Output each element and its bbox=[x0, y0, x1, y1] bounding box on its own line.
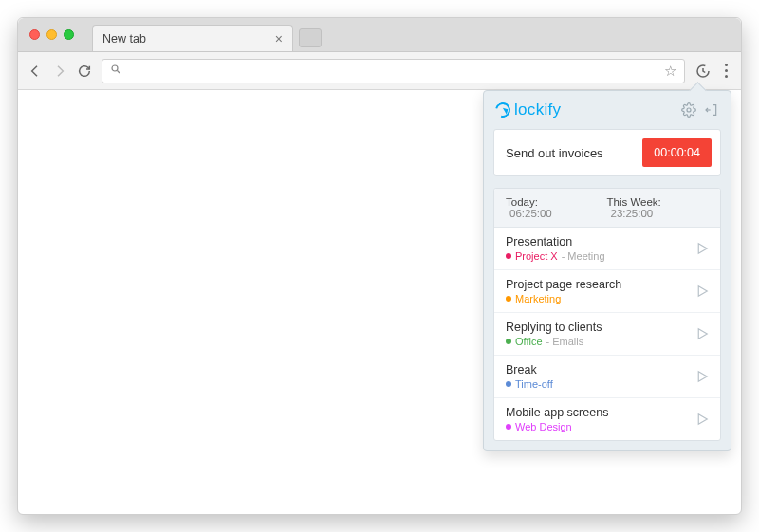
time-entry[interactable]: Mobile app screensWeb Design bbox=[494, 398, 720, 440]
svg-point-0 bbox=[112, 65, 118, 71]
entry-title: Mobile app screens bbox=[506, 406, 608, 419]
week-label: This Week: bbox=[606, 196, 660, 208]
entry-project: Project X bbox=[515, 250, 558, 262]
reload-button[interactable] bbox=[77, 64, 92, 79]
time-entry[interactable]: Project page researchMarketing bbox=[494, 270, 720, 313]
time-entry[interactable]: PresentationProject X - Meeting bbox=[494, 228, 720, 270]
entry-project: Time-off bbox=[515, 378, 553, 390]
entry-tag: - Meeting bbox=[562, 250, 605, 262]
clockify-popup: lockify Send out invoices 00:00:04 Today… bbox=[483, 90, 731, 451]
summary-bar: Today: 06:25:00 This Week: 23:25:00 bbox=[494, 189, 720, 228]
browser-toolbar: ☆ bbox=[18, 52, 741, 90]
popup-header: lockify bbox=[493, 101, 721, 119]
entry-project: Marketing bbox=[515, 293, 561, 304]
stop-timer-button[interactable]: 00:00:04 bbox=[642, 138, 712, 167]
close-window-button[interactable] bbox=[29, 29, 40, 40]
play-entry-button[interactable] bbox=[694, 240, 711, 257]
project-color-dot bbox=[506, 253, 511, 259]
time-entry[interactable]: Replying to clientsOffice - Emails bbox=[494, 313, 720, 356]
play-entry-button[interactable] bbox=[694, 368, 711, 385]
forward-button[interactable] bbox=[52, 64, 67, 79]
project-color-dot bbox=[506, 296, 511, 302]
entry-meta: Project X - Meeting bbox=[506, 250, 605, 262]
time-entry[interactable]: BreakTime-off bbox=[494, 356, 720, 398]
clockify-extension-icon[interactable] bbox=[694, 63, 712, 80]
play-entry-button[interactable] bbox=[694, 283, 711, 300]
minimize-window-button[interactable] bbox=[46, 29, 57, 40]
entry-title: Break bbox=[506, 363, 553, 376]
back-button[interactable] bbox=[28, 64, 43, 79]
project-color-dot bbox=[506, 424, 511, 430]
entry-project: Office bbox=[515, 336, 543, 347]
entry-project: Web Design bbox=[515, 421, 572, 432]
settings-button[interactable] bbox=[681, 102, 696, 118]
svg-point-2 bbox=[687, 108, 691, 112]
play-entry-button[interactable] bbox=[694, 325, 711, 342]
new-tab-button[interactable] bbox=[299, 28, 322, 47]
browser-tab[interactable]: New tab × bbox=[92, 25, 293, 51]
clockify-logo: lockify bbox=[495, 101, 561, 119]
window-controls bbox=[29, 29, 74, 40]
search-icon bbox=[110, 64, 121, 78]
close-tab-icon[interactable]: × bbox=[275, 32, 283, 46]
entry-title: Replying to clients bbox=[506, 321, 602, 334]
entry-title: Project page research bbox=[506, 278, 621, 291]
current-timer-card: Send out invoices 00:00:04 bbox=[493, 129, 721, 176]
entries-card: Today: 06:25:00 This Week: 23:25:00 Pres… bbox=[493, 188, 721, 441]
logout-button[interactable] bbox=[704, 102, 719, 118]
project-color-dot bbox=[506, 339, 511, 344]
week-value: 23:25:00 bbox=[610, 208, 653, 219]
entry-meta: Time-off bbox=[506, 378, 553, 390]
maximize-window-button[interactable] bbox=[64, 29, 74, 40]
bookmark-star-icon[interactable]: ☆ bbox=[664, 63, 676, 80]
tab-strip: New tab × bbox=[18, 18, 741, 52]
clockify-mark-icon bbox=[492, 100, 513, 120]
tab-title: New tab bbox=[102, 32, 146, 46]
current-task-input[interactable]: Send out invoices bbox=[506, 146, 603, 160]
entry-tag: - Emails bbox=[546, 336, 584, 347]
browser-menu-button[interactable] bbox=[721, 62, 731, 80]
project-color-dot bbox=[506, 381, 511, 387]
entry-meta: Web Design bbox=[506, 421, 608, 432]
today-value: 06:25:00 bbox=[509, 208, 552, 219]
today-label: Today: bbox=[506, 196, 538, 208]
entry-meta: Marketing bbox=[506, 293, 621, 304]
entry-title: Presentation bbox=[506, 235, 605, 248]
brand-text: lockify bbox=[514, 101, 561, 119]
address-bar[interactable]: ☆ bbox=[102, 59, 685, 83]
entry-meta: Office - Emails bbox=[506, 336, 602, 347]
play-entry-button[interactable] bbox=[694, 411, 711, 428]
browser-window: New tab × ☆ l bbox=[17, 17, 742, 515]
